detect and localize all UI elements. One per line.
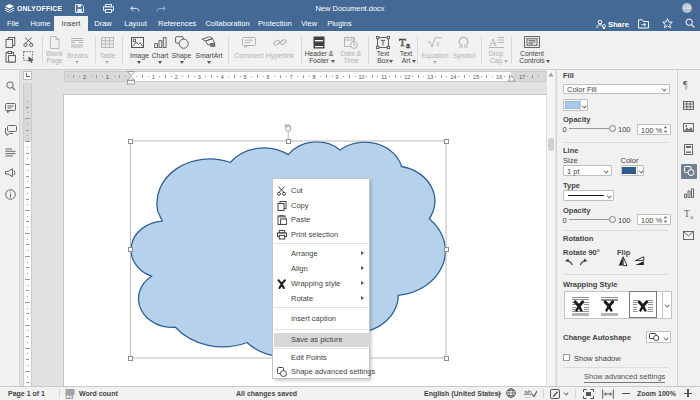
svg-text:123: 123: [65, 394, 74, 399]
svg-text:a: a: [690, 213, 694, 220]
svg-text:ab: ab: [524, 389, 532, 396]
